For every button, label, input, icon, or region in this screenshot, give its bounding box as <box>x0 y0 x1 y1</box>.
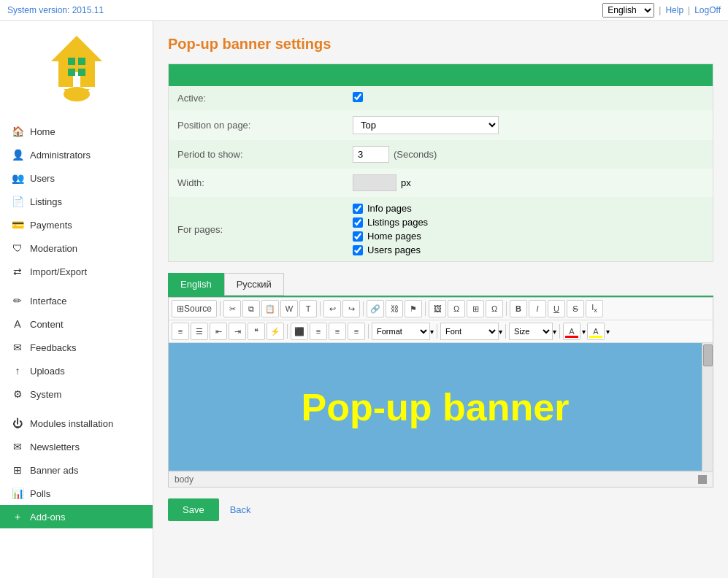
sidebar-label-administrators: Administrators <box>30 150 91 161</box>
special-char-icon: Ω <box>453 304 459 313</box>
copy-button[interactable]: ⧉ <box>242 300 260 317</box>
italic-button[interactable]: I <box>529 300 546 317</box>
sidebar-item-content[interactable]: A Content <box>0 312 153 336</box>
sidebar-item-import-export[interactable]: ⇄ Import/Export <box>0 260 153 283</box>
active-checkbox[interactable] <box>353 92 363 102</box>
unlink-icon: ⛓ <box>391 304 399 313</box>
active-label: Active: <box>169 86 344 110</box>
back-link[interactable]: Back <box>230 504 251 515</box>
italic-icon: I <box>537 304 539 313</box>
omega-button[interactable]: Ω <box>486 300 503 317</box>
period-input[interactable] <box>353 146 389 163</box>
period-label: Period to show: <box>169 140 344 169</box>
image-button[interactable]: 🖼 <box>429 300 446 317</box>
width-input[interactable] <box>353 174 396 191</box>
ordered-list-button[interactable]: ≡ <box>172 323 189 340</box>
align-right-button[interactable]: ≡ <box>329 323 346 340</box>
anchor-button[interactable]: ⚑ <box>405 300 422 317</box>
underline-button[interactable]: U <box>548 300 565 317</box>
editor-main: Pop-up banner <box>169 343 702 471</box>
unlink-button[interactable]: ⛓ <box>386 300 403 317</box>
language-select[interactable]: English Русский <box>602 3 654 18</box>
indent-decrease-button[interactable]: ⇤ <box>210 323 227 340</box>
format-select[interactable]: Format <box>372 323 430 340</box>
size-chevron-icon: ▾ <box>553 328 556 336</box>
scroll-thumb[interactable] <box>703 344 713 366</box>
tab-english[interactable]: English <box>168 273 224 296</box>
redo-icon: ↪ <box>348 304 355 314</box>
sidebar-item-uploads[interactable]: ↑ Uploads <box>0 359 153 382</box>
sidebar-item-modules[interactable]: ⏻ Modules installation <box>0 412 153 435</box>
sidebar-item-users[interactable]: 👥 Users <box>0 166 153 190</box>
addons-icon: + <box>11 510 24 523</box>
editor-scrollbar[interactable] <box>702 343 713 471</box>
font-select[interactable]: Font <box>440 323 499 340</box>
sidebar-item-banner-ads[interactable]: ⊞ Banner ads <box>0 458 153 482</box>
subscript-button[interactable]: Ix <box>586 300 603 317</box>
width-row: px <box>353 174 704 191</box>
align-left-icon: ⬛ <box>294 327 304 336</box>
sidebar-item-system[interactable]: ⚙ System <box>0 382 153 406</box>
body-label: body <box>175 474 194 485</box>
indent-decrease-icon: ⇤ <box>215 327 222 336</box>
strike-button[interactable]: S <box>567 300 584 317</box>
separator2: | <box>688 5 690 15</box>
sidebar-item-moderation[interactable]: 🛡 Moderation <box>0 236 153 260</box>
users-pages-checkbox[interactable] <box>353 245 363 255</box>
sidebar-item-administrators[interactable]: 👤 Administrators <box>0 143 153 166</box>
sidebar-item-addons[interactable]: + Add-ons <box>0 505 153 528</box>
source-button[interactable]: ⊞ Source <box>172 300 217 317</box>
newsletters-icon: ✉ <box>11 440 24 453</box>
source-icon: ⊞ <box>177 304 184 314</box>
save-button[interactable]: Save <box>168 498 219 521</box>
position-select[interactable]: Top Bottom Left Right <box>353 116 499 134</box>
link-button[interactable]: 🔗 <box>367 300 384 317</box>
help-link[interactable]: Help <box>665 5 683 15</box>
special-button[interactable]: ⚡ <box>267 323 284 340</box>
bg-arrow-icon: ▾ <box>606 328 610 336</box>
align-center-button[interactable]: ≡ <box>310 323 327 340</box>
undo-button[interactable]: ↩ <box>323 300 341 317</box>
sidebar-item-listings[interactable]: 📄 Listings <box>0 190 153 213</box>
logoff-link[interactable]: LogOff <box>694 5 721 15</box>
separator <box>559 324 560 339</box>
resize-handle[interactable] <box>698 475 707 484</box>
editor-container: ⊞ Source ✂ ⧉ 📋 W T ↩ ↪ 🔗 ⛓ ⚑ 🖼 Ω ⊞ <box>168 297 713 488</box>
bg-color-button[interactable]: A <box>587 323 605 340</box>
sidebar-label-users: Users <box>30 173 55 184</box>
tab-russian[interactable]: Русский <box>224 273 284 296</box>
font-color-button[interactable]: A <box>563 323 581 340</box>
blockquote-button[interactable]: ❝ <box>248 323 265 340</box>
align-left-button[interactable]: ⬛ <box>291 323 308 340</box>
strike-icon: S <box>572 304 578 313</box>
paste-word-button[interactable]: W <box>280 300 298 317</box>
bold-button[interactable]: B <box>510 300 527 317</box>
redo-button[interactable]: ↪ <box>342 300 360 317</box>
editor-canvas[interactable]: Pop-up banner <box>169 343 702 471</box>
sidebar-item-payments[interactable]: 💳 Payments <box>0 213 153 236</box>
paste-text-button[interactable]: T <box>299 300 317 317</box>
sidebar-item-feedbacks[interactable]: ✉ Feedbacks <box>0 336 153 359</box>
paste-button[interactable]: 📋 <box>261 300 279 317</box>
top-right: English Русский | Help | LogOff <box>602 3 721 18</box>
banner-preview-text: Pop-up banner <box>302 385 570 429</box>
home-pages-checkbox[interactable] <box>353 231 363 242</box>
sidebar-item-home[interactable]: 🏠 Home <box>0 120 153 143</box>
info-pages-checkbox[interactable] <box>353 204 363 214</box>
period-row: (Seconds) <box>353 146 704 163</box>
sidebar-item-polls[interactable]: 📊 Polls <box>0 482 153 505</box>
table-button[interactable]: ⊞ <box>467 300 484 317</box>
editor-body: Pop-up banner <box>169 343 713 471</box>
justify-button[interactable]: ≡ <box>348 323 365 340</box>
size-select[interactable]: Size <box>509 323 553 340</box>
sidebar-item-interface[interactable]: ✏ Interface <box>0 289 153 312</box>
listings-pages-checkbox[interactable] <box>353 217 363 228</box>
unordered-list-button[interactable]: ☰ <box>191 323 208 340</box>
bg-color-icon: A <box>593 327 598 336</box>
indent-increase-button[interactable]: ⇥ <box>229 323 246 340</box>
sidebar-item-newsletters[interactable]: ✉ Newsletters <box>0 435 153 458</box>
sidebar-label-banner: Banner ads <box>30 465 79 476</box>
special-char-button[interactable]: Ω <box>448 300 465 317</box>
cut-button[interactable]: ✂ <box>223 300 241 317</box>
table-row: Width: px <box>169 169 713 197</box>
